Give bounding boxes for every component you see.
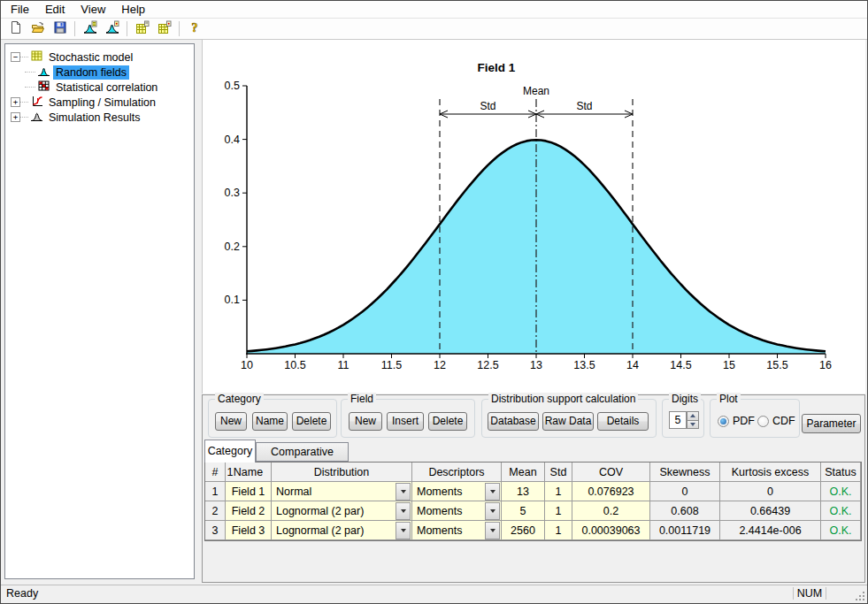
name-cell[interactable]: Field 3 xyxy=(226,521,272,540)
cov-cell[interactable]: 0.076923 xyxy=(572,482,650,501)
cdf-radio[interactable]: CDF xyxy=(757,415,795,427)
svg-text:12: 12 xyxy=(434,359,446,371)
tree-item-stochastic-model[interactable]: −Stochastic model xyxy=(5,50,194,65)
toolbar-separator xyxy=(127,21,127,36)
tree-expander-minus-icon[interactable]: − xyxy=(11,52,20,62)
menu-edit[interactable]: Edit xyxy=(37,1,73,18)
tab-comparative-values[interactable]: Comparative values xyxy=(256,442,349,462)
std-cell[interactable]: 1 xyxy=(545,521,572,540)
random-field-plot-button[interactable] xyxy=(79,19,101,39)
mean-cell[interactable]: 5 xyxy=(502,501,545,521)
tree-connector xyxy=(25,87,35,88)
svg-text:0.1: 0.1 xyxy=(225,294,240,306)
tree-expander-plus-icon[interactable]: + xyxy=(11,97,20,107)
chevron-down-icon xyxy=(401,490,406,493)
parameter-button[interactable]: Parameter xyxy=(802,414,861,433)
plot-group-label: Plot xyxy=(717,393,741,405)
kurtosis-cell: 0 xyxy=(720,482,821,501)
dropdown-button[interactable] xyxy=(485,502,500,520)
dropdown-button[interactable] xyxy=(485,483,500,501)
column-header-std[interactable]: Std xyxy=(545,463,572,482)
column-header-distribution[interactable]: Distribution xyxy=(272,463,412,482)
category-group-label: Category xyxy=(215,393,264,405)
save-button[interactable] xyxy=(49,19,71,39)
tree-item-random-fields[interactable]: Random fields xyxy=(5,65,194,80)
svg-text:10: 10 xyxy=(241,359,253,371)
tree-item-label: Simulation Results xyxy=(46,111,143,125)
column-header-kurtosis-excess[interactable]: Kurtosis excess xyxy=(720,463,821,482)
tree-item-label: Sampling / Simulation xyxy=(46,96,158,110)
menu-file[interactable]: File xyxy=(3,1,37,18)
category-delete-button[interactable]: Delete xyxy=(292,412,331,431)
help-button[interactable]: ? xyxy=(183,19,205,39)
column-header-skewness[interactable]: Skewness xyxy=(650,463,720,482)
tree-item-statistical-correlation[interactable]: Statistical correlation xyxy=(5,80,194,95)
field-delete-button[interactable]: Delete xyxy=(428,412,467,431)
spin-up-icon xyxy=(690,414,695,417)
descriptors-cell[interactable]: Moments xyxy=(412,482,502,501)
name-cell[interactable]: Field 2 xyxy=(226,501,272,521)
row-number-cell: 3 xyxy=(205,521,226,540)
svg-text:Mean: Mean xyxy=(523,85,549,97)
dropdown-button[interactable] xyxy=(485,522,500,539)
category-name-button[interactable]: Name xyxy=(252,412,288,431)
std-cell[interactable]: 1 xyxy=(545,501,572,521)
new-document-button[interactable] xyxy=(4,19,27,39)
dropdown-button[interactable] xyxy=(396,502,411,520)
status-cell: O.K. xyxy=(821,501,861,521)
spin-down-icon xyxy=(690,423,695,426)
random-fields-icon xyxy=(38,65,50,80)
column-header-descriptors[interactable]: Descriptors xyxy=(412,463,502,482)
field-table-alt-button[interactable] xyxy=(153,19,175,39)
svg-text:0.3: 0.3 xyxy=(225,187,240,199)
tree-expander-plus-icon[interactable]: + xyxy=(11,112,20,122)
details-button[interactable]: Details xyxy=(597,412,649,431)
mean-cell[interactable]: 13 xyxy=(502,482,545,501)
descriptors-cell[interactable]: Moments xyxy=(412,521,502,540)
status-cell: O.K. xyxy=(821,521,861,540)
panel-splitter[interactable] xyxy=(195,43,202,579)
dropdown-button[interactable] xyxy=(396,483,411,501)
field-table-button[interactable] xyxy=(131,19,153,39)
tree-item-simulation-results[interactable]: +Simulation Results xyxy=(5,110,194,125)
open-file-button[interactable] xyxy=(27,19,49,39)
menu-help[interactable]: Help xyxy=(113,1,153,18)
toolbar-separator xyxy=(74,21,75,36)
tab-category-1[interactable]: Category 1 xyxy=(204,440,256,463)
distribution-cell[interactable]: Lognormal (2 par) xyxy=(272,521,412,540)
menu-view[interactable]: View xyxy=(73,1,113,18)
digits-spin-up-button[interactable] xyxy=(687,411,699,421)
name-cell[interactable]: Field 1 xyxy=(226,482,272,501)
column-header-mean[interactable]: Mean xyxy=(502,463,545,482)
num-lock-indicator: NUM xyxy=(793,587,826,600)
cov-cell[interactable]: 0.00039063 xyxy=(572,521,650,540)
digits-spin-down-button[interactable] xyxy=(687,421,699,430)
raw-data-button[interactable]: Raw Data xyxy=(542,412,594,431)
category-new-button[interactable]: New xyxy=(215,412,247,431)
toolbar-separator xyxy=(179,21,180,36)
tree-item-sampling-simulation[interactable]: +Sampling / Simulation xyxy=(5,95,194,110)
tree-connector xyxy=(20,57,28,57)
svg-text:Std: Std xyxy=(480,100,495,112)
distribution-cell[interactable]: Normal xyxy=(272,482,412,501)
stochastic-model-icon xyxy=(31,50,43,65)
digits-value[interactable]: 5 xyxy=(669,411,687,429)
cov-cell[interactable]: 0.2 xyxy=(572,501,650,521)
column-header-cov[interactable]: COV xyxy=(572,463,650,482)
database-button[interactable]: Database xyxy=(488,412,539,431)
distribution-cell[interactable]: Lognormal (2 par) xyxy=(272,501,412,521)
skewness-cell: 0.0011719 xyxy=(650,521,720,540)
descriptors-cell[interactable]: Moments xyxy=(412,501,502,521)
random-field-plot-alt-button[interactable] xyxy=(101,19,123,39)
field-new-button[interactable]: New xyxy=(349,412,382,431)
pdf-radio[interactable]: PDF xyxy=(718,415,755,427)
mean-cell[interactable]: 2560 xyxy=(502,521,545,540)
column-header-status[interactable]: Status xyxy=(821,463,861,482)
tree-connector xyxy=(20,102,28,103)
column-header--[interactable]: # xyxy=(205,463,226,482)
svg-text:13: 13 xyxy=(530,359,542,371)
field-insert-button[interactable]: Insert xyxy=(387,412,424,431)
std-cell[interactable]: 1 xyxy=(545,482,572,501)
dropdown-button[interactable] xyxy=(396,522,411,539)
resize-grip-icon[interactable] xyxy=(855,591,865,601)
